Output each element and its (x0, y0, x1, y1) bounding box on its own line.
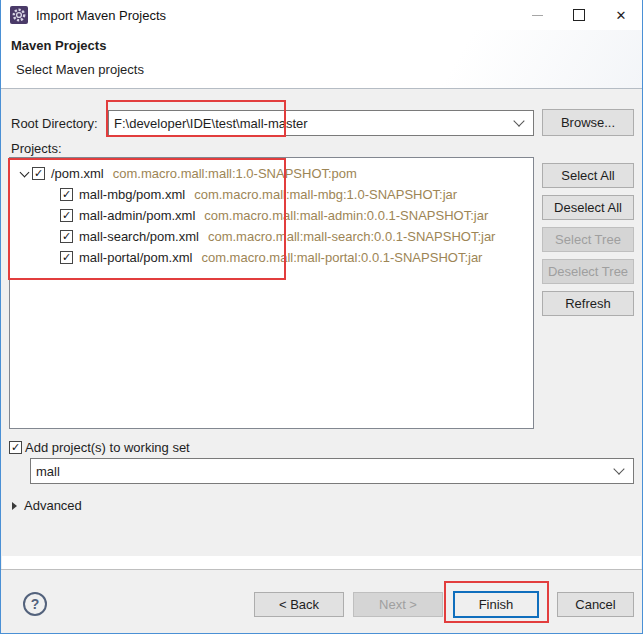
checkbox-mall-mbg[interactable]: ✓ (60, 188, 73, 201)
tree-item-label: mall-mbg/pom.xml (79, 187, 185, 202)
maven-import-icon (10, 6, 28, 24)
wizard-header: Maven Projects Select Maven projects (1, 30, 642, 89)
deselect-all-button[interactable]: Deselect All (542, 195, 634, 220)
chevron-down-icon[interactable] (513, 115, 524, 126)
import-maven-projects-dialog: Import Maven Projects ✕ Maven Projects S… (0, 0, 643, 634)
page-title: Maven Projects (11, 38, 106, 53)
advanced-label: Advanced (24, 498, 82, 513)
help-button[interactable]: ? (23, 592, 47, 616)
projects-label: Projects: (11, 141, 62, 156)
deselect-tree-button: Deselect Tree (542, 259, 634, 284)
tree-row-mall-mbg[interactable]: ✓ mall-mbg/pom.xml com.macro.mall:mall-m… (10, 184, 533, 205)
tree-item-label: /pom.xml (51, 166, 104, 181)
working-set-value: mall (31, 464, 609, 479)
maximize-icon (573, 9, 585, 21)
back-button[interactable]: < Back (254, 592, 344, 617)
browse-button[interactable]: Browse... (542, 109, 634, 136)
tree-item-label: mall-search/pom.xml (79, 229, 199, 244)
tree-item-label: mall-portal/pom.xml (79, 250, 192, 265)
checkbox-mall-portal[interactable]: ✓ (60, 251, 73, 264)
expander-collapse-icon[interactable] (16, 172, 32, 176)
chevron-down-icon[interactable] (613, 463, 624, 474)
close-button[interactable]: ✕ (600, 0, 642, 30)
maximize-button[interactable] (558, 0, 600, 30)
cancel-button[interactable]: Cancel (557, 592, 634, 617)
tree-row-mall-portal[interactable]: ✓ mall-portal/pom.xml com.macro.mall:mal… (10, 247, 533, 268)
next-button: Next > (353, 592, 443, 617)
tree-item-label: mall-admin/pom.xml (79, 208, 195, 223)
footer-spacer (2, 556, 641, 569)
tree-row-root-pom[interactable]: ✓ /pom.xml com.macro.mall:mall:1.0-SNAPS… (10, 163, 533, 184)
page-subtitle: Select Maven projects (16, 62, 144, 77)
working-set-row: ✓ Add project(s) to working set (9, 440, 190, 455)
tree-item-artifact: com.macro.mall:mall-admin:0.0.1-SNAPSHOT… (204, 208, 488, 223)
finish-button[interactable]: Finish (453, 591, 539, 618)
close-icon: ✕ (616, 9, 627, 22)
minimize-icon (532, 15, 543, 16)
working-set-checkbox[interactable]: ✓ (9, 441, 22, 454)
tree-item-artifact: com.macro.mall:mall-search:0.0.1-SNAPSHO… (208, 229, 496, 244)
projects-tree[interactable]: ✓ /pom.xml com.macro.mall:mall:1.0-SNAPS… (9, 157, 534, 429)
expander-right-icon (12, 502, 17, 510)
checkbox-mall-admin[interactable]: ✓ (60, 209, 73, 222)
root-directory-label: Root Directory: (11, 116, 98, 131)
checkbox-mall-search[interactable]: ✓ (60, 230, 73, 243)
minimize-button[interactable] (516, 0, 558, 30)
select-tree-button: Select Tree (542, 227, 634, 252)
working-set-label: Add project(s) to working set (25, 440, 190, 455)
tree-row-mall-search[interactable]: ✓ mall-search/pom.xml com.macro.mall:mal… (10, 226, 533, 247)
tree-item-artifact: com.macro.mall:mall-mbg:1.0-SNAPSHOT:jar (194, 187, 457, 202)
tree-item-artifact: com.macro.mall:mall:1.0-SNAPSHOT:pom (113, 166, 357, 181)
refresh-button[interactable]: Refresh (542, 291, 634, 316)
window-title: Import Maven Projects (36, 8, 166, 23)
checkbox-root-pom[interactable]: ✓ (32, 167, 45, 180)
select-all-button[interactable]: Select All (542, 163, 634, 188)
root-directory-value: F:\developer\IDE\test\mall-master (109, 116, 509, 131)
advanced-expander[interactable]: Advanced (12, 498, 82, 513)
title-bar: Import Maven Projects ✕ (1, 0, 642, 30)
root-directory-combo[interactable]: F:\developer\IDE\test\mall-master (108, 110, 534, 136)
tree-row-mall-admin[interactable]: ✓ mall-admin/pom.xml com.macro.mall:mall… (10, 205, 533, 226)
working-set-combo[interactable]: mall (30, 458, 634, 484)
help-icon: ? (31, 596, 40, 612)
tree-item-artifact: com.macro.mall:mall-portal:0.0.1-SNAPSHO… (201, 250, 482, 265)
